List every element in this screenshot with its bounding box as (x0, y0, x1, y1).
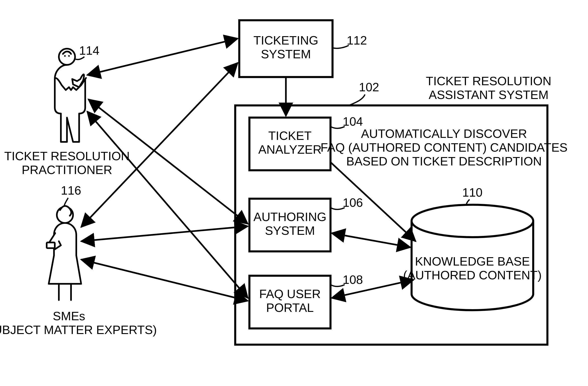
leader-112 (332, 45, 349, 48)
knowledge-base-label: KNOWLEDGE BASE(AUTHORED CONTENT) (403, 255, 542, 282)
ref-104: 104 (343, 115, 363, 128)
svg-rect-3 (47, 242, 55, 248)
ref-108: 108 (343, 273, 363, 286)
ticketing-system-label: TICKETINGSYSTEM (253, 33, 318, 61)
ref-112: 112 (347, 33, 367, 47)
ref-116: 116 (61, 184, 81, 197)
practitioner-label: TICKET RESOLUTIONPRACTITIONER (4, 149, 130, 176)
edge-practitioner-ticketing (87, 38, 238, 75)
sme-label: SMEs(SUBJECT MATTER EXPERTS) (0, 309, 157, 337)
leader-102 (349, 94, 365, 105)
edge-sme-authoring (81, 226, 248, 241)
ref-106: 106 (343, 196, 363, 209)
practitioner-figure (55, 49, 86, 142)
edge-sme-portal (81, 259, 248, 301)
assistant-system-label: TICKET RESOLUTIONASSISTANT SYSTEM (426, 74, 551, 102)
ref-114: 114 (79, 44, 99, 57)
ref-110: 110 (462, 186, 483, 199)
sme-figure (47, 206, 81, 300)
edge-sme-ticketing (81, 63, 238, 227)
faq-user-portal-label: FAQ USERPORTAL (259, 287, 321, 314)
svg-point-0 (412, 205, 533, 237)
ref-102: 102 (359, 80, 379, 94)
